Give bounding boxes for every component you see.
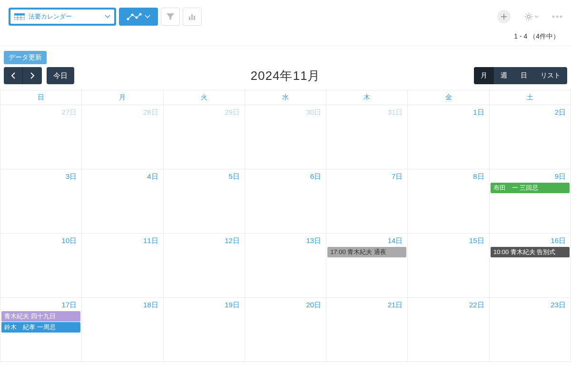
svg-point-16: [560, 16, 562, 18]
calendar-cell[interactable]: 12日: [163, 234, 245, 298]
settings-button[interactable]: [524, 12, 539, 21]
calendar-event[interactable]: 17:00 青木紀夫 通夜: [327, 247, 406, 257]
svg-point-15: [556, 16, 559, 18]
add-button[interactable]: [497, 10, 511, 23]
gear-icon: [524, 12, 533, 21]
view-month[interactable]: 月: [474, 67, 494, 84]
calendar-cell[interactable]: 4日: [82, 169, 163, 234]
calendar-cell[interactable]: 5日: [163, 169, 245, 234]
table-icon: [14, 13, 25, 20]
calendar-event[interactable]: 10:00 青木紀夫 告別式: [491, 247, 570, 257]
day-number: 9日: [490, 169, 571, 182]
dots-icon: [552, 15, 562, 18]
calendar-cell[interactable]: 6日: [245, 169, 326, 234]
calendar-cell[interactable]: 19日: [163, 298, 245, 362]
view-selector-label: 法要カレンダー: [29, 12, 72, 21]
view-week[interactable]: 週: [494, 67, 514, 84]
day-number: 30日: [245, 105, 326, 118]
day-number: 17日: [0, 298, 81, 311]
view-selector[interactable]: 法要カレンダー: [9, 8, 116, 26]
day-number: 10日: [0, 234, 81, 246]
day-number: 6日: [245, 169, 326, 182]
chevron-left-icon: [11, 72, 16, 79]
calendar-cell[interactable]: 14日17:00 青木紀夫 通夜: [326, 234, 408, 298]
day-number: 5日: [164, 169, 245, 182]
calendar-cell[interactable]: 21日: [326, 298, 408, 362]
calendar-cell[interactable]: 13日: [245, 234, 326, 298]
day-number: 21日: [326, 298, 407, 311]
chevron-down-icon: [534, 15, 539, 18]
chart-button[interactable]: [183, 8, 202, 26]
filter-button[interactable]: [161, 8, 180, 26]
calendar-cell[interactable]: 29日: [163, 105, 245, 169]
calendar-cell[interactable]: 3日: [0, 169, 82, 234]
calendar-title: 2024年11月: [251, 68, 321, 84]
day-number: 12日: [164, 234, 245, 246]
more-button[interactable]: [552, 15, 562, 18]
weekday-header: 月: [82, 90, 163, 105]
graph-selector[interactable]: [119, 8, 158, 26]
day-number: 16日: [490, 234, 571, 246]
calendar-cell[interactable]: 30日: [245, 105, 326, 169]
day-number: 7日: [326, 169, 407, 182]
day-number: 31日: [326, 105, 407, 118]
svg-rect-5: [14, 13, 25, 15]
calendar-cell[interactable]: 7日: [326, 169, 408, 234]
day-number: 28日: [82, 105, 163, 118]
calendar-cell[interactable]: 18日: [82, 298, 163, 362]
day-number: 22日: [408, 298, 489, 311]
chevron-right-icon: [30, 72, 35, 79]
day-number: 3日: [0, 169, 81, 182]
day-number: 23日: [490, 298, 571, 311]
divider: [0, 46, 571, 46]
day-number: 2日: [490, 105, 571, 118]
weekday-header: 金: [408, 90, 489, 105]
calendar-cell[interactable]: 20日: [245, 298, 326, 362]
weekday-header: 土: [489, 90, 571, 105]
view-day[interactable]: 日: [514, 67, 534, 84]
calendar-event[interactable]: 青木紀夫 四十九日: [1, 311, 80, 322]
chevron-down-icon: [105, 15, 110, 19]
calendar-cell[interactable]: 1日: [408, 105, 489, 169]
calendar-cell[interactable]: 28日: [82, 105, 163, 169]
view-selector-inner: 法要カレンダー: [10, 10, 114, 24]
weekday-header: 木: [326, 90, 408, 105]
nav-arrows: [4, 67, 42, 84]
next-button[interactable]: [23, 67, 42, 84]
svg-rect-12: [194, 16, 195, 20]
chevron-down-icon: [145, 15, 150, 19]
day-number: 27日: [0, 105, 81, 118]
calendar-cell[interactable]: 31日: [326, 105, 408, 169]
refresh-button[interactable]: データ更新: [4, 51, 47, 64]
weekday-header: 火: [163, 90, 245, 105]
line-chart-icon: [127, 12, 142, 21]
day-number: 13日: [245, 234, 326, 246]
svg-point-13: [527, 15, 530, 18]
view-list[interactable]: リスト: [534, 67, 567, 84]
day-number: 1日: [408, 105, 489, 118]
weekday-header: 水: [245, 90, 326, 105]
calendar-cell[interactable]: 22日: [408, 298, 489, 362]
day-number: 8日: [408, 169, 489, 182]
calendar-cell[interactable]: 9日布田 一 三回忌: [489, 169, 571, 234]
funnel-icon: [166, 12, 175, 21]
calendar-grid: 日月火水木金土 27日28日29日30日31日1日2日3日4日5日6日7日8日9…: [0, 90, 571, 362]
calendar-cell[interactable]: 23日: [489, 298, 571, 362]
plus-icon: [501, 13, 507, 20]
day-number: 20日: [245, 298, 326, 311]
day-number: 15日: [408, 234, 489, 246]
today-button[interactable]: 今日: [47, 67, 74, 84]
calendar-cell[interactable]: 27日: [0, 105, 82, 169]
calendar-event[interactable]: 布田 一 三回忌: [491, 183, 570, 193]
calendar-cell[interactable]: 15日: [408, 234, 489, 298]
calendar-cell[interactable]: 2日: [489, 105, 571, 169]
calendar-cell[interactable]: 17日青木紀夫 四十九日鈴木 紀孝 一周忌: [0, 298, 82, 362]
calendar-cell[interactable]: 8日: [408, 169, 489, 234]
calendar-cell[interactable]: 11日: [82, 234, 163, 298]
day-number: 19日: [164, 298, 245, 311]
calendar-cell[interactable]: 10日: [0, 234, 82, 298]
calendar-event[interactable]: 鈴木 紀孝 一周忌: [1, 322, 80, 333]
prev-button[interactable]: [4, 67, 23, 84]
calendar-cell[interactable]: 16日10:00 青木紀夫 告別式: [489, 234, 571, 298]
day-number: 14日: [326, 234, 407, 246]
